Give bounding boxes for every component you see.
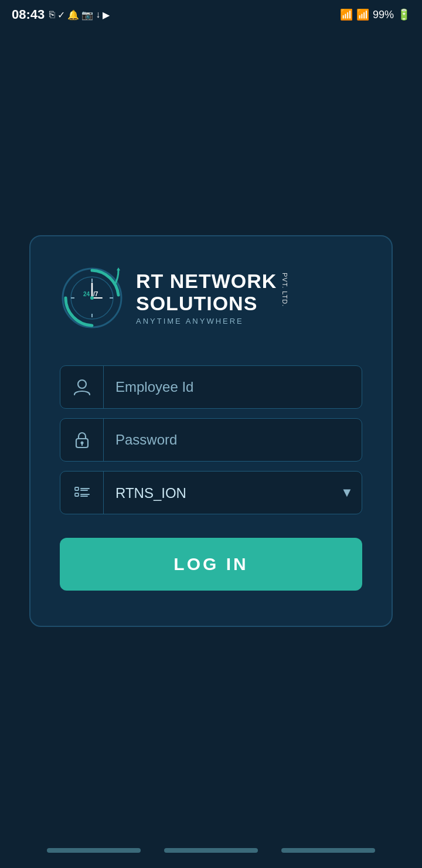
password-group	[60, 418, 362, 462]
svg-text:/7: /7	[93, 291, 98, 297]
status-left: 08:43 ⎘ ✓ 🔔 📷 ↓ ▶	[12, 7, 110, 22]
check-icon: ✓	[57, 9, 65, 21]
status-bar: 08:43 ⎘ ✓ 🔔 📷 ↓ ▶ 📶 📶 99% 🔋	[0, 0, 422, 29]
nav-pill-3	[281, 848, 375, 853]
pvt-ltd-label: PVT. LTD.	[281, 273, 288, 307]
company-tagline: ANYTIME ANYWHERE	[136, 317, 277, 326]
chevron-down-icon: ▼	[332, 485, 362, 500]
bell-icon: 🔔	[67, 9, 79, 21]
employee-id-group	[60, 365, 362, 409]
image-icon: 📷	[81, 9, 93, 21]
signal-icon: 📶	[356, 8, 369, 21]
svg-rect-17	[75, 493, 79, 496]
svg-text:24: 24	[83, 291, 90, 297]
play-icon: ▶	[103, 9, 110, 21]
organization-select[interactable]: RTNS_ION RTNS_CORP RTNS_DEV	[104, 472, 332, 514]
svg-marker-11	[117, 267, 120, 270]
wifi-icon: 📶	[340, 8, 353, 21]
lock-icon	[72, 430, 92, 450]
list-icon	[72, 483, 92, 503]
status-right: 📶 📶 99% 🔋	[340, 8, 410, 21]
battery-icon: 🔋	[397, 8, 410, 21]
login-button[interactable]: LOG IN	[60, 538, 362, 591]
bottom-nav	[0, 833, 422, 868]
user-icon	[72, 377, 92, 397]
organization-group: RTNS_ION RTNS_CORP RTNS_DEV ▼	[60, 471, 362, 514]
company-logo: 24 /7	[60, 266, 124, 330]
nav-pill-1	[47, 848, 141, 853]
login-card: 24 /7 RT NETWORK SOLUTIONS ANYTIME ANYWH…	[29, 235, 393, 627]
lock-icon-container	[60, 418, 104, 462]
logo-area: 24 /7 RT NETWORK SOLUTIONS ANYTIME ANYWH…	[60, 266, 362, 330]
download-icon: ↓	[96, 9, 100, 20]
user-icon-container	[60, 365, 104, 409]
svg-point-12	[78, 380, 86, 388]
sim-icon: ⎘	[49, 9, 55, 20]
employee-id-input[interactable]	[104, 366, 362, 408]
svg-rect-16	[75, 487, 79, 490]
main-content: 24 /7 RT NETWORK SOLUTIONS ANYTIME ANYWH…	[0, 29, 422, 833]
password-input[interactable]	[104, 419, 362, 461]
nav-pill-2	[164, 848, 258, 853]
svg-point-14	[80, 442, 83, 445]
form-fields: RTNS_ION RTNS_CORP RTNS_DEV ▼	[60, 365, 362, 514]
status-icons: ⎘ ✓ 🔔 📷 ↓ ▶	[49, 9, 110, 21]
battery-level: 99%	[373, 9, 394, 21]
company-name-line1: RT NETWORK	[136, 270, 277, 292]
list-icon-container	[60, 471, 104, 514]
company-name-line2: SOLUTIONS	[136, 293, 277, 314]
company-name-block: RT NETWORK SOLUTIONS ANYTIME ANYWHERE	[136, 270, 277, 326]
status-time: 08:43	[12, 7, 45, 22]
